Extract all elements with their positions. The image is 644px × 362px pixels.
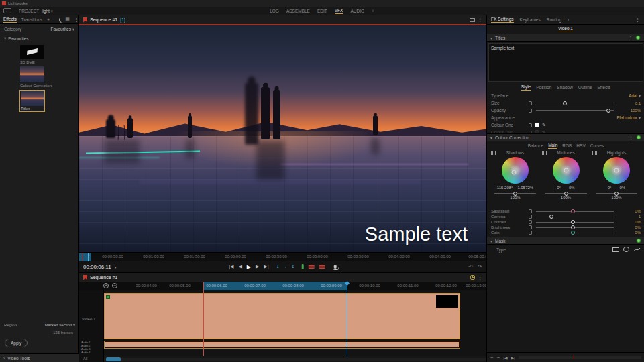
grid-view-icon[interactable]: ▦: [65, 17, 70, 22]
remove-edit-icon[interactable]: [309, 265, 315, 269]
mask-rectangle-icon[interactable]: [612, 247, 619, 252]
histogram-icon[interactable]: [592, 151, 597, 155]
scrollbar-thumb[interactable]: [106, 357, 121, 361]
fx-panel-menu-icon[interactable]: ⋮: [635, 17, 640, 22]
typeface-dropdown[interactable]: Arial ▾: [629, 93, 641, 99]
gamma-slider[interactable]: [536, 217, 614, 217]
tab-main[interactable]: Main: [548, 143, 557, 149]
more-tabs-chevron-icon[interactable]: ›: [568, 17, 569, 22]
apply-button[interactable]: Apply: [5, 339, 28, 347]
midtones-colour-wheel[interactable]: [553, 157, 580, 184]
opacity-slider[interactable]: [536, 110, 614, 111]
midtones-luma-slider[interactable]: [545, 193, 587, 194]
brightness-slider[interactable]: [536, 227, 614, 228]
titles-menu-icon[interactable]: ⋮: [628, 36, 633, 40]
keyframe-icon[interactable]: [529, 109, 532, 113]
saturation-value[interactable]: 0%: [618, 209, 641, 213]
go-to-start-icon[interactable]: |◀: [229, 264, 233, 269]
keyframe-icon[interactable]: [529, 123, 532, 127]
current-timecode[interactable]: 00:00:06.11: [83, 264, 111, 270]
midtones-hue-value[interactable]: 0°: [557, 186, 561, 190]
eyedropper-icon[interactable]: ✎: [542, 123, 546, 128]
keyframe-icon[interactable]: [529, 220, 532, 224]
category-dropdown[interactable]: Favourites ▾: [51, 27, 74, 32]
keyframe-icon[interactable]: [529, 101, 532, 105]
step-forward-icon[interactable]: ▶: [256, 264, 259, 269]
undo-icon[interactable]: ↶: [469, 264, 474, 270]
titles-enable-toggle[interactable]: [635, 35, 641, 40]
midtones-sat-value[interactable]: 0%: [569, 186, 575, 190]
highlights-sat-value[interactable]: 0%: [620, 186, 626, 190]
shadows-luma-slider[interactable]: [494, 193, 536, 194]
histogram-icon[interactable]: [491, 151, 496, 155]
shadows-luma-value[interactable]: 100%: [510, 196, 520, 200]
opacity-value[interactable]: 100%: [618, 109, 641, 113]
add-panel-tab[interactable]: +: [47, 17, 50, 22]
voiceover-mic-icon[interactable]: [334, 265, 337, 269]
zoom-in-icon[interactable]: +: [103, 283, 109, 288]
timeline-ruler[interactable]: + − 00:00:04.00 00:00:05.00 00:00:06.00 …: [79, 282, 486, 290]
add-keyframe-icon[interactable]: +: [490, 355, 494, 361]
histogram-icon[interactable]: [542, 151, 547, 155]
shadows-sat-value[interactable]: 1.0572%: [517, 186, 533, 190]
video-frame[interactable]: Sample text: [79, 24, 486, 252]
gain-value[interactable]: 0%: [618, 231, 641, 235]
keyframe-icon[interactable]: [529, 225, 532, 229]
cc-enable-toggle[interactable]: [636, 135, 641, 140]
midtones-luma-value[interactable]: 100%: [561, 196, 571, 200]
mask-ellipse-icon[interactable]: [623, 247, 629, 252]
tab-keyframes[interactable]: Keyframes: [520, 17, 541, 22]
replace-edit-icon[interactable]: [319, 265, 325, 269]
tab-assemble[interactable]: ASSEMBLE: [286, 9, 310, 13]
effect-card-3d-dve[interactable]: 3D DVE: [20, 45, 44, 64]
tab-edit[interactable]: EDIT: [317, 9, 327, 13]
tab-position[interactable]: Position: [536, 85, 551, 90]
audio-clip[interactable]: [104, 341, 460, 349]
play-icon[interactable]: ▶: [247, 264, 251, 270]
scrollbar-track[interactable]: [104, 358, 486, 361]
mark-out-icon[interactable]: ↥: [291, 264, 295, 269]
timeline-playhead-red[interactable]: [203, 282, 204, 357]
shadows-hue-value[interactable]: 115.208°: [497, 186, 513, 190]
highlights-colour-wheel[interactable]: [603, 157, 630, 184]
zoom-out-icon[interactable]: −: [112, 283, 117, 288]
keyframe-icon[interactable]: [529, 209, 532, 213]
tab-transitions[interactable]: Transitions: [21, 17, 43, 22]
keyframe-icon[interactable]: [529, 215, 532, 219]
tab-effects[interactable]: Effects: [3, 17, 17, 23]
contrast-value[interactable]: 0%: [618, 220, 641, 224]
tab-balance[interactable]: Balance: [528, 143, 544, 148]
tab-hsv[interactable]: HSV: [576, 143, 585, 148]
tab-vfx[interactable]: VFX: [335, 8, 343, 14]
highlights-hue-value[interactable]: 0°: [608, 186, 612, 190]
mask-enable-toggle[interactable]: [636, 238, 641, 243]
colour-one-swatch[interactable]: [535, 123, 539, 127]
effect-card-colour-correction[interactable]: Colour Correction: [20, 66, 44, 88]
saturation-slider[interactable]: [536, 211, 614, 212]
size-value[interactable]: 0.1: [618, 101, 641, 105]
sync-lock-icon[interactable]: [470, 275, 475, 280]
tab-routing[interactable]: Routing: [547, 17, 561, 22]
tab-curves[interactable]: Curves: [590, 143, 604, 148]
next-keyframe-icon[interactable]: ▶|: [511, 355, 515, 360]
region-dropdown[interactable]: Marked section ▾: [45, 322, 75, 327]
video-clip[interactable]: [104, 293, 460, 339]
remove-keyframe-icon[interactable]: −: [497, 355, 500, 361]
shadows-colour-wheel[interactable]: [502, 157, 529, 184]
viewer-out-marker[interactable]: [88, 253, 89, 262]
keyframe-strip[interactable]: [519, 356, 641, 359]
viewer-menu-icon[interactable]: ⋮: [478, 17, 482, 22]
highlights-luma-value[interactable]: 100%: [611, 196, 621, 200]
video-track-label[interactable]: Video 1: [82, 317, 95, 321]
audio-track-label[interactable]: Audio 4: [81, 351, 91, 354]
tab-outline[interactable]: Outline: [578, 85, 592, 90]
timecode-caret-icon[interactable]: ▾: [115, 265, 117, 269]
tab-effects[interactable]: Effects: [597, 85, 610, 90]
previous-keyframe-icon[interactable]: |◀: [503, 355, 507, 360]
fullscreen-icon[interactable]: [470, 18, 475, 22]
colour-correction-section-header[interactable]: ▾ Colour Correction ⋮: [487, 133, 644, 141]
mark-park-icon[interactable]: ◦: [284, 265, 286, 269]
keyframe-icon[interactable]: [529, 231, 532, 235]
project-name-dropdown[interactable]: light ▾: [42, 9, 53, 14]
size-slider[interactable]: [536, 103, 614, 103]
